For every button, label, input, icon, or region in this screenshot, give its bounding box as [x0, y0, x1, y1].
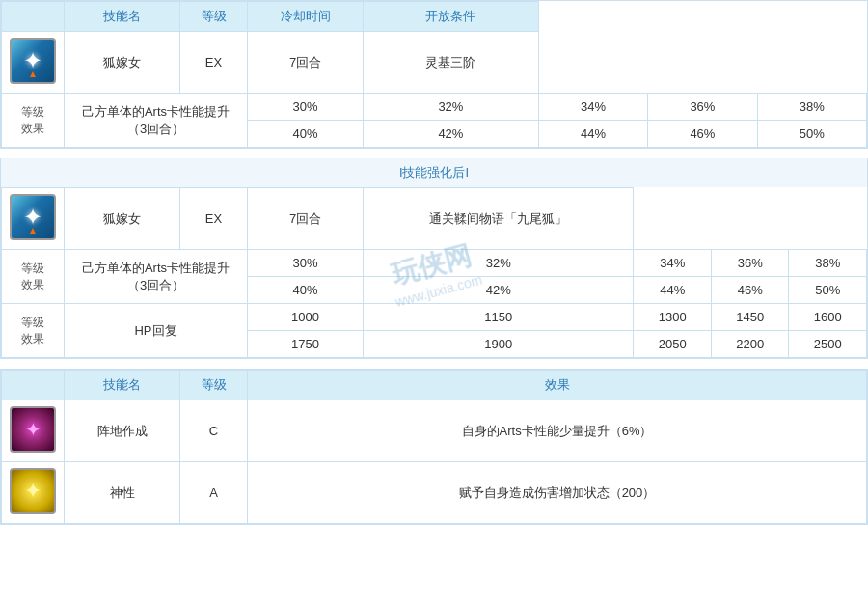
after-a1-r1c3: 34% [634, 250, 712, 277]
skill-level-after: EX [180, 188, 248, 250]
after-hp-r1c2: 1150 [364, 304, 634, 331]
skill-cd-after: 7回合 [248, 188, 364, 250]
grade-val-1-r2-c1: 40% [248, 121, 364, 148]
grade-effect-after-1a: 等级 效果 己方单体的Arts卡性能提升（3回合） 30% 32% 34% 36… [2, 250, 867, 277]
skill-condition-after: 通关鞣间物语「九尾狐」 [364, 188, 634, 250]
after-a1-r2c4: 46% [711, 277, 789, 304]
passive-header-icon [2, 371, 65, 400]
after-a1-r2c2: 42% [364, 277, 634, 304]
skill-icon-cell-after [2, 188, 65, 250]
passive-name-1: 阵地作成 [65, 400, 180, 462]
after-a1-r1c4: 36% [711, 250, 789, 277]
grade-val-1-r2-c4: 46% [648, 121, 757, 148]
divine-skill-icon [10, 468, 56, 514]
after-hp-r2c1: 1750 [248, 331, 364, 358]
skill-row-before: 狐嫁女 EX 7回合 灵基三阶 [2, 32, 867, 94]
skill-cd-before: 7回合 [248, 32, 364, 94]
after-a1-r2c5: 50% [789, 277, 867, 304]
passive-level-2: A [180, 462, 248, 524]
passive-effect-1: 自身的Arts卡性能少量提升（6%） [248, 400, 867, 462]
header-icon [2, 2, 65, 32]
grade-val-1-r2-c5: 50% [757, 121, 866, 148]
header-level: 等级 [180, 2, 248, 32]
skill-row-after: 狐嫁女 EX 7回合 通关鞣间物语「九尾狐」 [2, 188, 867, 250]
after-hp-r2c3: 2050 [634, 331, 712, 358]
fox-skill-icon-after [10, 194, 56, 240]
after-hp-r1c4: 1450 [711, 304, 789, 331]
after-hp-r1c1: 1000 [248, 304, 364, 331]
grade-effect-after-2a: 等级 效果 HP回复 1000 1150 1300 1450 1600 [2, 304, 867, 331]
skill-name-before: 狐嫁女 [65, 32, 180, 94]
grade-desc-1: 己方单体的Arts卡性能提升（3回合） [65, 94, 248, 148]
after-a1-r2c1: 40% [248, 277, 364, 304]
after-hp-r2c5: 2500 [789, 331, 867, 358]
grade-val-1-r1-c4: 36% [648, 94, 757, 121]
ground-skill-icon [10, 406, 56, 453]
grade-val-1-r1-c2: 32% [364, 94, 539, 121]
grade-val-1-r1-c5: 38% [757, 94, 866, 121]
after-a1-r1c1: 30% [248, 250, 364, 277]
passive-icon-cell-2 [2, 462, 65, 524]
after-hp-r2c4: 2200 [711, 331, 789, 358]
after-a1-r1c2: 32% [364, 250, 634, 277]
passive-header-name: 技能名 [65, 371, 180, 400]
after-a1-r1c5: 38% [789, 250, 867, 277]
passive-icon-cell-1 [2, 400, 65, 462]
header-skill-name: 技能名 [65, 2, 180, 32]
grade-val-1-r1-c1: 30% [248, 94, 364, 121]
after-hp-r1c5: 1600 [789, 304, 867, 331]
after-hp-r1c3: 1300 [634, 304, 712, 331]
grade-val-1-r2-c2: 42% [364, 121, 539, 148]
grade-val-1-r2-c3: 44% [538, 121, 647, 148]
passive-header-effect: 效果 [248, 371, 867, 400]
skill-name-after: 狐嫁女 [65, 188, 180, 250]
grade-val-1-r1-c3: 34% [538, 94, 647, 121]
passive-skill-row-2: 神性 A 赋予自身造成伤害增加状态（200） [2, 462, 867, 524]
passive-name-2: 神性 [65, 462, 180, 524]
after-hp-r2c2: 1900 [364, 331, 634, 358]
skill-condition-before: 灵基三阶 [364, 32, 539, 94]
grade-label-1: 等级 效果 [2, 94, 65, 148]
enhanced-label: I技能强化后I [0, 158, 868, 187]
after-a1-r2c3: 44% [634, 277, 712, 304]
skill-icon-cell [2, 32, 65, 94]
grade-label-after-1: 等级 效果 [2, 250, 65, 304]
header-cooldown: 冷却时间 [248, 2, 364, 32]
grade-label-after-2: 等级 效果 [2, 304, 65, 358]
skill-level-before: EX [180, 32, 248, 94]
passive-effect-2: 赋予自身造成伤害增加状态（200） [248, 462, 867, 524]
grade-desc-after-1: 己方单体的Arts卡性能提升（3回合） [65, 250, 248, 304]
grade-desc-after-2: HP回复 [65, 304, 248, 358]
passive-skill-row-1: 阵地作成 C 自身的Arts卡性能少量提升（6%） [2, 400, 867, 462]
grade-effect-row-1a: 等级 效果 己方单体的Arts卡性能提升（3回合） 30% 32% 34% 36… [2, 94, 867, 121]
header-condition: 开放条件 [364, 2, 539, 32]
fox-skill-icon [10, 38, 56, 84]
passive-header-level: 等级 [180, 371, 248, 400]
passive-level-1: C [180, 400, 248, 462]
